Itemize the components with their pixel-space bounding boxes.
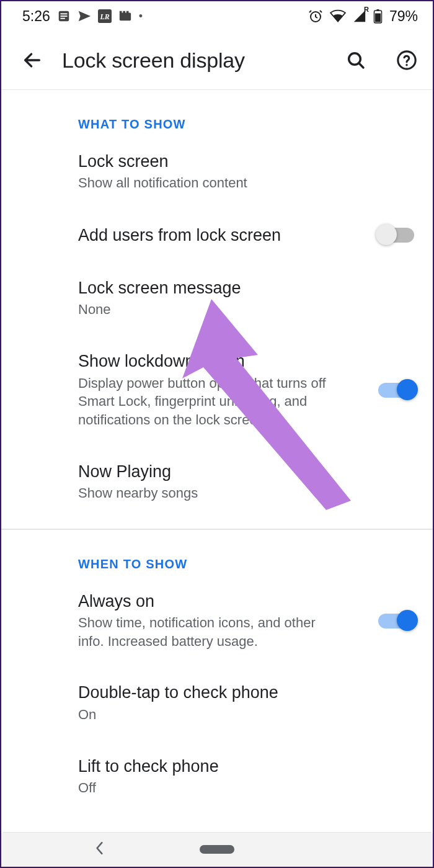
page-title: Lock screen display [62, 48, 326, 73]
item-double-tap[interactable]: Double-tap to check phone On [1, 666, 433, 740]
svg-text:LR: LR [99, 12, 109, 21]
item-show-lockdown[interactable]: Show lockdown option Display power butto… [1, 335, 433, 445]
send-icon [78, 9, 91, 23]
item-add-users[interactable]: Add users from lock screen [1, 208, 433, 262]
svg-rect-7 [120, 11, 122, 14]
nav-home-pill[interactable] [200, 845, 234, 854]
item-subtitle: Off [78, 779, 345, 797]
section-header: When to show [1, 530, 433, 575]
svg-rect-3 [60, 18, 64, 19]
item-lift-to-check[interactable]: Lift to check phone Off [1, 740, 433, 820]
more-notifications-icon: • [139, 10, 143, 23]
wifi-icon [330, 9, 346, 23]
toggle-add-users[interactable] [378, 228, 414, 243]
toggle-always-on[interactable] [378, 614, 414, 629]
battery-percent: 79% [389, 8, 418, 25]
item-title: Always on [78, 591, 368, 611]
lr-app-icon: LR [98, 9, 112, 23]
item-lock-screen[interactable]: Lock screen Show all notification conten… [1, 135, 433, 208]
section-header: What to show [1, 90, 433, 135]
item-title: Show lockdown option [78, 351, 368, 371]
item-now-playing[interactable]: Now Playing Show nearby songs [1, 445, 433, 526]
app-bar: Lock screen display [1, 31, 433, 89]
signal-icon: R [353, 9, 366, 23]
svg-rect-2 [60, 16, 67, 17]
alarm-icon [308, 9, 323, 24]
item-title: Lock screen message [78, 278, 404, 298]
item-subtitle: Show all notification content [78, 174, 345, 192]
svg-rect-8 [123, 11, 125, 14]
svg-rect-1 [60, 13, 67, 14]
item-title: Lock screen [78, 151, 404, 171]
svg-point-16 [405, 64, 407, 66]
status-time: 5:26 [22, 8, 50, 25]
item-title: Now Playing [78, 462, 404, 481]
item-subtitle: Show nearby songs [78, 484, 345, 503]
svg-rect-9 [126, 11, 129, 14]
search-button[interactable] [343, 48, 368, 73]
item-subtitle: Show time, notification icons, and other… [78, 614, 345, 650]
status-bar: 5:26 LR • R [1, 1, 433, 31]
navigation-bar [2, 832, 432, 866]
video-icon [118, 9, 132, 23]
battery-icon [373, 9, 383, 24]
item-title: Double-tap to check phone [78, 682, 404, 702]
item-title: Lift to check phone [78, 756, 404, 776]
section-what-to-show: What to show Lock screen Show all notifi… [1, 90, 433, 529]
item-always-on[interactable]: Always on Show time, notification icons,… [1, 575, 433, 667]
help-button[interactable] [394, 48, 419, 73]
toggle-show-lockdown[interactable] [378, 383, 414, 398]
item-subtitle: On [78, 705, 345, 724]
nav-back-icon[interactable] [94, 841, 105, 857]
item-title: Add users from lock screen [78, 225, 368, 245]
back-button[interactable] [20, 48, 45, 73]
item-subtitle: None [78, 300, 345, 319]
svg-rect-13 [375, 14, 381, 22]
item-lock-screen-message[interactable]: Lock screen message None [1, 262, 433, 335]
settings-list: What to show Lock screen Show all notifi… [1, 90, 433, 833]
message-icon [57, 9, 71, 23]
item-subtitle: Display power button option that turns o… [78, 374, 345, 429]
svg-rect-12 [376, 9, 379, 11]
section-when-to-show: When to show Always on Show time, notifi… [1, 529, 433, 822]
svg-rect-6 [120, 13, 131, 21]
